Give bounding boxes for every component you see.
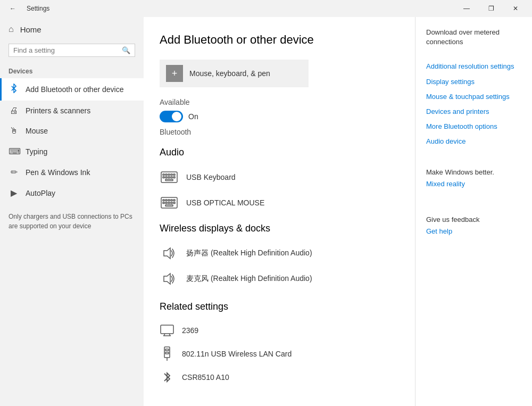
related-csr-label: CSR8510 A10 [182, 373, 229, 382]
svg-rect-19 [165, 202, 167, 204]
svg-rect-16 [171, 200, 172, 201]
svg-rect-6 [163, 177, 164, 178]
app-title: Settings [27, 5, 49, 12]
device-item-usb-keyboard: USB Keyboard [160, 165, 394, 189]
close-button[interactable]: ✕ [503, 0, 528, 17]
title-bar-left: ← Settings [4, 0, 49, 17]
svg-rect-14 [165, 200, 167, 201]
svg-rect-26 [161, 325, 173, 334]
feedback-label: Give us feedback [426, 216, 521, 223]
svg-rect-33 [165, 352, 169, 354]
speaker2-icon [160, 271, 179, 286]
speaker1-label: 扬声器 (Realtek High Definition Audio) [186, 248, 312, 258]
pen-icon: ✏ [9, 167, 19, 177]
sidebar-item-add-bluetooth-label: Add Bluetooth or other device [26, 85, 123, 94]
sidebar-item-autoplay-label: AutoPlay [26, 189, 55, 197]
display-settings-link[interactable]: Display settings [426, 77, 521, 87]
device-item-speaker2: 麦克风 (Realtek High Definition Audio) [160, 267, 394, 291]
related-2369-label: 2369 [182, 326, 198, 335]
get-help-link[interactable]: Get help [426, 227, 521, 236]
main-content: Add Bluetooth or other device + Mouse, k… [144, 17, 415, 406]
mouse-icon: 🖱 [9, 126, 19, 136]
svg-rect-1 [163, 174, 164, 176]
sidebar-item-pen-label: Pen & Windows Ink [26, 168, 90, 177]
home-label: Home [20, 25, 41, 34]
home-icon: ⌂ [9, 24, 14, 34]
toggle-knob [172, 112, 181, 121]
sidebar-item-typing-label: Typing [26, 147, 47, 156]
audio-device-link[interactable]: Audio device [426, 137, 521, 146]
svg-marker-25 [164, 274, 170, 284]
sidebar-item-typing[interactable]: ⌨ Typing [0, 141, 144, 162]
svg-rect-8 [168, 177, 170, 178]
svg-rect-2 [165, 174, 167, 176]
devices-printers-link[interactable]: Devices and printers [426, 107, 521, 117]
keyboard-device-icon [160, 170, 179, 185]
sidebar-item-home[interactable]: ⌂ Home [0, 17, 144, 42]
restore-button[interactable]: ❐ [479, 0, 503, 17]
svg-rect-17 [173, 200, 175, 201]
sidebar: ⌂ Home 🔍 Devices Add Bluetooth or other … [0, 17, 144, 406]
toggle-label: On [188, 112, 198, 121]
sidebar-item-mouse[interactable]: 🖱 Mouse [0, 121, 144, 141]
related-settings-title: Related settings [160, 301, 394, 312]
related-usb-lan-label: 802.11n USB Wireless LAN Card [182, 350, 292, 358]
minimize-button[interactable]: — [454, 0, 479, 17]
svg-rect-7 [165, 177, 167, 178]
sidebar-item-add-bluetooth[interactable]: Add Bluetooth or other device [0, 78, 144, 101]
add-device-button[interactable]: + Mouse, keyboard, & pen [160, 60, 309, 87]
usb-keyboard-label: USB Keyboard [186, 173, 236, 181]
speaker1-icon [160, 246, 179, 261]
search-input[interactable] [13, 46, 119, 54]
related-item-usb-lan: 802.11n USB Wireless LAN Card [160, 343, 394, 364]
sidebar-item-mouse-label: Mouse [26, 127, 48, 135]
available-label: Available [160, 98, 394, 106]
monitor-icon [160, 323, 174, 338]
svg-rect-18 [163, 202, 164, 204]
bluetooth-device-icon [160, 370, 174, 385]
title-bar: ← Settings — ❐ ✕ [0, 0, 532, 17]
download-metered-label: Download over metered connections [426, 28, 521, 47]
mixed-reality-link[interactable]: Mixed reality [426, 179, 521, 189]
svg-rect-23 [165, 205, 173, 206]
wireless-section-title: Wireless displays & docks [160, 223, 394, 234]
audio-section-title: Audio [160, 147, 394, 158]
svg-rect-11 [165, 179, 173, 181]
sidebar-section-title: Devices [0, 63, 144, 78]
svg-rect-22 [173, 202, 175, 204]
bluetooth-section-label: Bluetooth [160, 128, 394, 136]
toggle-row: On [160, 111, 394, 122]
back-button[interactable]: ← [4, 0, 21, 17]
more-bluetooth-link[interactable]: More Bluetooth options [426, 122, 521, 131]
device-item-speaker1: 扬声器 (Realtek High Definition Audio) [160, 242, 394, 265]
svg-rect-9 [171, 177, 172, 178]
related-item-2369: 2369 [160, 320, 394, 341]
svg-rect-5 [173, 174, 175, 176]
sidebar-item-printers[interactable]: 🖨 Printers & scanners [0, 101, 144, 121]
mouse-device-icon [160, 195, 179, 210]
page-title: Add Bluetooth or other device [160, 33, 394, 47]
sidebar-item-pen[interactable]: ✏ Pen & Windows Ink [0, 162, 144, 183]
bluetooth-nav-icon [9, 84, 19, 95]
svg-rect-21 [171, 202, 172, 204]
bluetooth-toggle[interactable] [160, 111, 183, 122]
autoplay-icon: ▶ [9, 188, 19, 198]
sidebar-item-autoplay[interactable]: ▶ AutoPlay [0, 183, 144, 203]
mouse-touchpad-link[interactable]: Mouse & touchpad settings [426, 92, 521, 102]
svg-rect-3 [168, 174, 170, 176]
sidebar-item-printers-label: Printers & scanners [26, 106, 90, 115]
add-icon: + [166, 65, 183, 82]
additional-resolution-link[interactable]: Additional resolution settings [426, 62, 521, 71]
svg-marker-24 [164, 248, 170, 259]
search-icon: 🔍 [122, 46, 130, 54]
svg-rect-13 [163, 200, 164, 201]
printer-icon: 🖨 [9, 106, 19, 115]
speaker2-label: 麦克风 (Realtek High Definition Audio) [186, 274, 312, 284]
make-better-label: Make Windows better. [426, 168, 521, 176]
svg-rect-15 [168, 200, 170, 201]
usb-icon [160, 346, 174, 361]
right-panel: Download over metered connections Additi… [415, 17, 532, 406]
device-item-usb-mouse: USB OPTICAL MOUSE [160, 191, 394, 214]
svg-rect-4 [171, 174, 172, 176]
app-container: ⌂ Home 🔍 Devices Add Bluetooth or other … [0, 17, 532, 406]
